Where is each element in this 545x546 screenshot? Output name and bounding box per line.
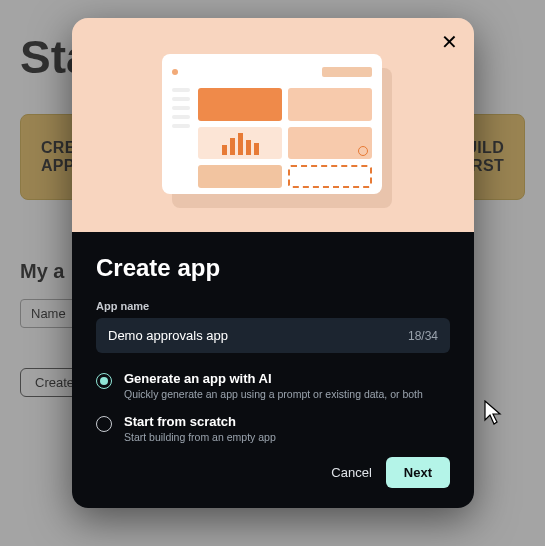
option-generate-ai[interactable]: Generate an app with AI Quickly generate… [96, 371, 450, 400]
radio-icon [96, 373, 112, 389]
modal-title: Create app [96, 254, 450, 282]
option-title: Start from scratch [124, 414, 276, 429]
modal-body: Create app App name Demo approvals app 1… [72, 232, 474, 508]
radio-icon [96, 416, 112, 432]
modal-actions: Cancel Next [96, 457, 450, 488]
option-title: Generate an app with AI [124, 371, 423, 386]
cancel-button[interactable]: Cancel [331, 465, 371, 480]
option-subtitle: Quickly generate an app using a prompt o… [124, 388, 423, 400]
create-app-modal: ✕ Create app App name Demo approvals app… [72, 18, 474, 508]
close-icon[interactable]: ✕ [441, 32, 458, 52]
app-name-value: Demo approvals app [108, 328, 228, 343]
char-counter: 18/34 [408, 329, 438, 343]
dashboard-illustration [162, 54, 382, 194]
next-button[interactable]: Next [386, 457, 450, 488]
app-name-input[interactable]: Demo approvals app 18/34 [96, 318, 450, 353]
option-subtitle: Start building from an empty app [124, 431, 276, 443]
modal-illustration-area: ✕ [72, 18, 474, 232]
app-name-label: App name [96, 300, 450, 312]
option-start-scratch[interactable]: Start from scratch Start building from a… [96, 414, 450, 443]
